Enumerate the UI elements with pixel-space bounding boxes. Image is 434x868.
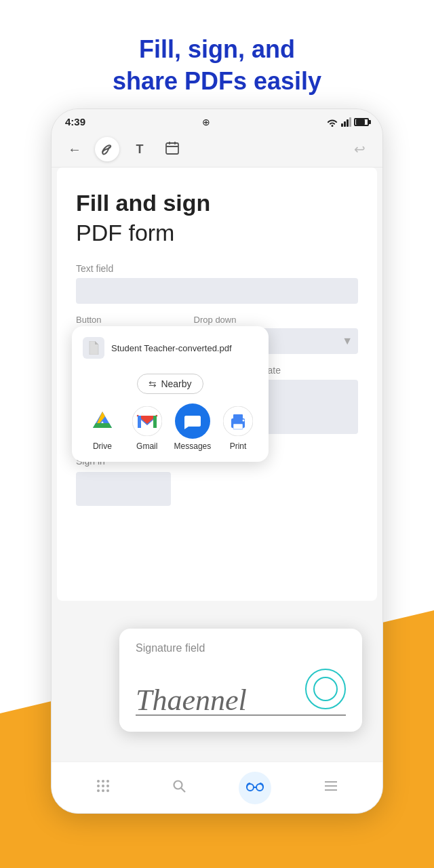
pdf-title: Fill and sign PDF form [76, 188, 358, 247]
search-icon [171, 778, 187, 798]
svg-point-22 [106, 789, 109, 792]
signature-popup: Signature field Thaennel [119, 629, 362, 732]
share-apps: Drive Gmail [83, 403, 258, 451]
status-time: 4:39 [65, 116, 85, 127]
svg-rect-12 [233, 424, 243, 429]
text-field-label: Text field [76, 263, 358, 274]
gmail-label: Gmail [136, 441, 157, 451]
button-label: Button [76, 315, 186, 325]
signature-circle [305, 669, 346, 709]
header-section: Fill, sign, and share PDFs easily [81, 34, 353, 98]
svg-line-24 [181, 788, 185, 792]
sign-icon [100, 140, 115, 159]
phone-frame: 4:39 ⊕ ← [51, 108, 383, 814]
calendar-icon [165, 140, 180, 159]
text-tool-button[interactable]: T [127, 137, 152, 161]
svg-point-20 [97, 789, 100, 792]
share-app-print[interactable]: Print [220, 403, 256, 451]
svg-point-17 [97, 785, 100, 787]
share-app-gmail[interactable]: Gmail [130, 403, 165, 451]
file-icon [83, 337, 104, 359]
messages-icon [175, 403, 210, 439]
undo-icon: ↩ [354, 141, 366, 157]
svg-point-14 [97, 780, 100, 783]
header-title: Fill, sign, and share PDFs easily [81, 34, 353, 98]
signal-icon [341, 117, 351, 127]
svg-rect-7 [153, 416, 157, 428]
hotspot-icon: ⊕ [202, 117, 210, 127]
svg-point-23 [174, 781, 182, 789]
svg-point-16 [106, 780, 109, 783]
toolbar: ← T ↩ [52, 132, 382, 167]
nearby-button[interactable]: ⇆ Nearby [137, 374, 203, 394]
nav-grid-button[interactable] [87, 772, 119, 804]
calendar-tool-button[interactable] [160, 137, 184, 161]
text-icon: T [136, 142, 144, 157]
menu-icon [323, 778, 339, 798]
file-name: Student Teacher-converted.pdf [111, 343, 232, 353]
nav-menu-button[interactable] [315, 772, 347, 804]
signature-drawing: Thaennel [136, 661, 346, 715]
status-icons [326, 117, 369, 127]
gmail-icon [130, 403, 165, 439]
share-popup: Student Teacher-converted.pdf ⇆ Nearby D… [72, 326, 269, 462]
nearby-label: Nearby [161, 378, 191, 389]
drive-icon [85, 403, 120, 439]
dropdown-label: Drop down [194, 315, 358, 325]
svg-point-15 [102, 780, 104, 783]
nearby-share-icon: ⇆ [149, 378, 157, 389]
messages-label: Messages [174, 441, 212, 451]
print-label: Print [230, 441, 247, 451]
undo-button[interactable]: ↩ [347, 137, 372, 161]
svg-rect-0 [166, 143, 178, 154]
signature-text: Thaennel [136, 683, 247, 717]
svg-rect-6 [138, 416, 141, 428]
bottom-navigation [52, 762, 382, 813]
back-button[interactable]: ← [62, 137, 87, 161]
svg-point-18 [102, 785, 104, 787]
sign-tool-button[interactable] [95, 137, 119, 161]
sign-field[interactable] [76, 472, 171, 506]
nav-glasses-button[interactable] [239, 772, 271, 804]
status-bar: 4:39 ⊕ [52, 109, 382, 132]
signature-field-label: Signature field [136, 642, 346, 654]
dropdown-arrow-icon: ▼ [342, 335, 353, 347]
glasses-icon [245, 778, 264, 798]
print-icon [220, 403, 256, 439]
text-field-input[interactable] [76, 278, 358, 304]
share-app-drive[interactable]: Drive [85, 403, 120, 451]
battery-icon [354, 118, 369, 126]
share-popup-header: Student Teacher-converted.pdf [83, 337, 258, 366]
svg-point-13 [243, 420, 245, 422]
grid-icon [95, 778, 111, 798]
svg-rect-11 [233, 414, 243, 420]
svg-point-19 [106, 785, 109, 787]
wifi-icon [326, 117, 338, 127]
svg-point-21 [102, 789, 104, 792]
nav-search-button[interactable] [163, 772, 195, 804]
drive-label: Drive [93, 441, 112, 451]
share-app-messages[interactable]: Messages [174, 403, 212, 451]
